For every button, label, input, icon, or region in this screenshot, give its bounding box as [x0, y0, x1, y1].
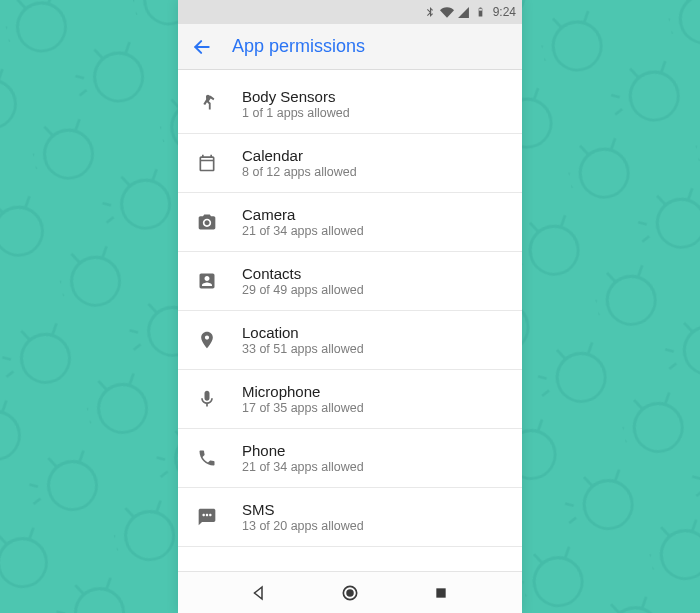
location-icon [196, 329, 218, 351]
phone-icon [196, 447, 218, 469]
permission-title: Calendar [242, 147, 357, 164]
page-title: App permissions [232, 36, 365, 57]
body-sensors-icon [196, 93, 218, 115]
permission-title: Location [242, 324, 364, 341]
permission-title: Contacts [242, 265, 364, 282]
permissions-list: Body Sensors 1 of 1 apps allowed Calenda… [178, 70, 522, 571]
svg-rect-7 [479, 9, 482, 11]
cellular-icon [457, 5, 471, 19]
permission-title: Camera [242, 206, 364, 223]
permission-subtitle: 13 of 20 apps allowed [242, 519, 364, 533]
permission-subtitle: 8 of 12 apps allowed [242, 165, 357, 179]
permission-row-calendar[interactable]: Calendar 8 of 12 apps allowed [178, 134, 522, 193]
permission-subtitle: 1 of 1 apps allowed [242, 106, 350, 120]
permission-title: SMS [242, 501, 364, 518]
permission-row-location[interactable]: Location 33 of 51 apps allowed [178, 311, 522, 370]
permission-subtitle: 21 of 34 apps allowed [242, 224, 364, 238]
permission-title: Microphone [242, 383, 364, 400]
permission-row-sms[interactable]: SMS 13 of 20 apps allowed [178, 488, 522, 547]
svg-rect-13 [436, 588, 445, 597]
permission-row-microphone[interactable]: Microphone 17 of 35 apps allowed [178, 370, 522, 429]
nav-home-button[interactable] [339, 582, 361, 604]
permission-subtitle: 17 of 35 apps allowed [242, 401, 364, 415]
nav-back-button[interactable] [248, 582, 270, 604]
svg-marker-10 [255, 587, 263, 599]
app-bar: App permissions [178, 24, 522, 70]
navigation-bar [178, 571, 522, 613]
calendar-icon [196, 152, 218, 174]
battery-icon [474, 5, 488, 19]
wifi-icon [440, 5, 454, 19]
bluetooth-icon [423, 5, 437, 19]
permission-subtitle: 29 of 49 apps allowed [242, 283, 364, 297]
phone-frame: 9:24 App permissions Body Sensors 1 of 1… [178, 0, 522, 613]
microphone-icon [196, 388, 218, 410]
permission-subtitle: 33 of 51 apps allowed [242, 342, 364, 356]
permission-title: Body Sensors [242, 88, 350, 105]
status-time: 9:24 [493, 5, 516, 19]
permission-row-camera[interactable]: Camera 21 of 34 apps allowed [178, 193, 522, 252]
permission-row-body-sensors[interactable]: Body Sensors 1 of 1 apps allowed [178, 70, 522, 134]
svg-point-12 [346, 589, 354, 597]
contacts-icon [196, 270, 218, 292]
camera-icon [196, 211, 218, 233]
status-bar: 9:24 [178, 0, 522, 24]
permission-row-phone[interactable]: Phone 21 of 34 apps allowed [178, 429, 522, 488]
permission-row-contacts[interactable]: Contacts 29 of 49 apps allowed [178, 252, 522, 311]
sms-icon [196, 506, 218, 528]
nav-recent-button[interactable] [430, 582, 452, 604]
permission-subtitle: 21 of 34 apps allowed [242, 460, 364, 474]
permission-title: Phone [242, 442, 364, 459]
back-button[interactable] [192, 37, 212, 57]
